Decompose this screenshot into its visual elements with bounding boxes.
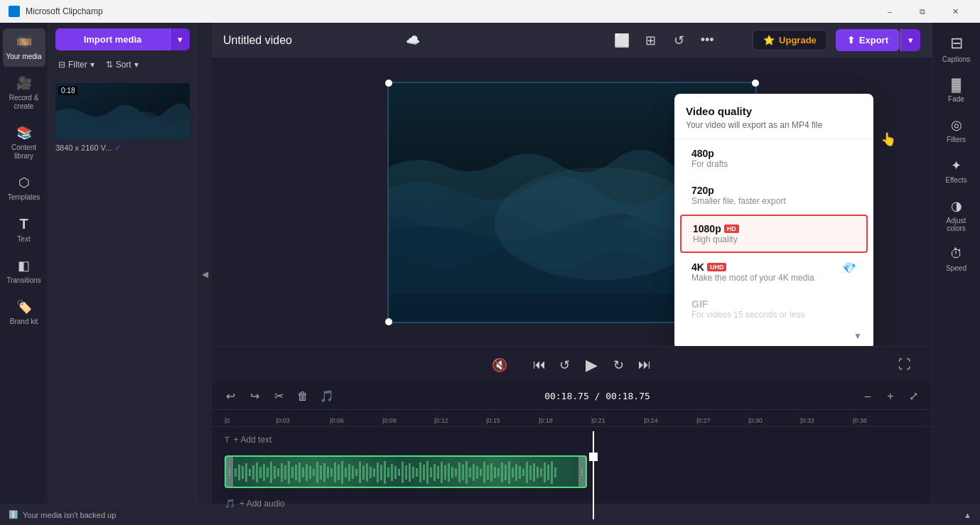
svg-rect-59 bbox=[426, 461, 429, 484]
svg-rect-66 bbox=[451, 467, 453, 478]
thumbnail-check-icon: ✓ bbox=[114, 143, 122, 153]
undo-button[interactable]: ↩ bbox=[220, 386, 240, 406]
fast-forward-button[interactable]: ↻ bbox=[606, 352, 632, 378]
rp-item-filters[interactable]: ◎ Filters bbox=[935, 112, 978, 149]
svg-rect-39 bbox=[355, 469, 357, 476]
svg-rect-57 bbox=[419, 462, 421, 482]
resize-tool-button[interactable]: ⊞ bbox=[639, 29, 662, 52]
svg-rect-19 bbox=[284, 465, 286, 480]
project-title[interactable]: Untitled video bbox=[223, 34, 397, 47]
upgrade-button[interactable]: ⭐ Upgrade bbox=[753, 30, 827, 50]
sidebar-item-content-library[interactable]: 📚 Content library bbox=[3, 119, 45, 166]
sidebar-item-templates[interactable]: ⬡ Templates bbox=[3, 169, 45, 207]
sidebar-item-templates-label: Templates bbox=[8, 193, 41, 202]
sidebar-item-your-media[interactable]: 🎞️ Your media bbox=[3, 28, 45, 67]
rp-item-speed[interactable]: ⏱ Speed bbox=[935, 241, 978, 278]
filter-icon: ⊟ bbox=[58, 60, 65, 70]
filter-button[interactable]: ⊟ Filter ▾ bbox=[55, 58, 97, 72]
svg-rect-88 bbox=[529, 465, 532, 480]
sidebar-item-record-create[interactable]: 🎥 Record & create bbox=[3, 70, 45, 117]
canvas-handle-tr[interactable] bbox=[752, 80, 759, 87]
redo-button[interactable]: ↪ bbox=[244, 386, 264, 406]
rp-item-adjust-colors[interactable]: ◑ Adjust colors bbox=[935, 193, 978, 238]
info-icon: ℹ️ bbox=[9, 510, 18, 519]
export-button[interactable]: ⬆ Export bbox=[836, 29, 900, 51]
add-audio-label[interactable]: + Add audio bbox=[239, 499, 285, 509]
fullscreen-button[interactable]: ⛶ bbox=[892, 352, 917, 378]
quality-option-4k[interactable]: 4K UHD Make the most of your 4K media 💎 bbox=[680, 254, 868, 290]
svg-rect-68 bbox=[458, 462, 461, 482]
skip-to-start-button[interactable]: ⏮ bbox=[527, 352, 552, 378]
svg-rect-8 bbox=[245, 463, 247, 482]
play-button[interactable]: ▶ bbox=[578, 351, 606, 379]
svg-rect-51 bbox=[398, 469, 400, 476]
quality-option-480p[interactable]: 480p For drafts bbox=[680, 141, 868, 176]
detach-audio-button[interactable]: 🎵 bbox=[317, 386, 337, 406]
crop-tool-button[interactable]: ⬜ bbox=[610, 29, 633, 52]
import-media-button[interactable]: Import media bbox=[55, 28, 170, 50]
svg-rect-53 bbox=[405, 465, 407, 480]
import-button-row: Import media ▾ bbox=[55, 28, 190, 50]
cloud-save-icon: ☁️ bbox=[406, 33, 420, 47]
mute-button[interactable]: 🔇 bbox=[487, 352, 512, 378]
cursor-pointer: 👆 bbox=[881, 131, 896, 147]
rp-item-fade[interactable]: ▓ Fade bbox=[935, 72, 978, 109]
svg-rect-40 bbox=[359, 462, 361, 483]
quality-gif-label: GIF bbox=[691, 298, 856, 310]
playback-bar: 🔇 ⏮ ↺ ▶ ↻ ⏭ ⛶ bbox=[212, 346, 932, 383]
delete-button[interactable]: 🗑 bbox=[293, 386, 313, 406]
export-dropdown-button[interactable]: ▾ bbox=[900, 29, 920, 51]
sidebar-item-text[interactable]: T Text bbox=[3, 210, 45, 249]
captions-icon: ⊟ bbox=[950, 34, 963, 53]
canvas-handle-bl[interactable] bbox=[385, 318, 392, 325]
svg-rect-85 bbox=[519, 466, 521, 479]
minimize-button[interactable]: – bbox=[873, 0, 906, 23]
left-sidebar: 🎞️ Your media 🎥 Record & create 📚 Conten… bbox=[0, 23, 48, 525]
sidebar-item-brand-kit[interactable]: 🏷️ Brand kit bbox=[3, 293, 45, 332]
svg-rect-26 bbox=[309, 466, 311, 479]
svg-rect-38 bbox=[352, 466, 354, 479]
svg-rect-65 bbox=[448, 463, 450, 482]
svg-rect-41 bbox=[362, 465, 365, 480]
add-text-label[interactable]: + Add text bbox=[234, 435, 272, 445]
skip-to-end-button[interactable]: ⏭ bbox=[632, 352, 657, 378]
app-body: 🎞️ Your media 🎥 Record & create 📚 Conten… bbox=[0, 23, 980, 525]
export-group: ⬆ Export ▾ bbox=[836, 29, 920, 51]
rp-item-captions[interactable]: ⊟ Captions bbox=[935, 28, 978, 69]
quality-option-720p[interactable]: 720p Smaller file, faster export bbox=[680, 178, 868, 213]
sidebar-item-record-create-label: Record & create bbox=[6, 94, 43, 111]
clip-handle-right[interactable]: ⋮ bbox=[578, 457, 586, 487]
zoom-out-button[interactable]: – bbox=[858, 386, 878, 406]
quality-dropdown-subtitle: Your video will export as an MP4 file bbox=[674, 120, 873, 139]
canvas-handle-tl[interactable] bbox=[385, 80, 392, 87]
svg-rect-25 bbox=[306, 464, 308, 481]
collapse-panel-button[interactable]: ◀ bbox=[198, 23, 212, 525]
quality-option-gif[interactable]: GIF For videos 15 seconds or less bbox=[680, 291, 868, 327]
clip-handle-left[interactable]: ⋮ bbox=[226, 457, 233, 487]
media-thumbnail[interactable]: 0:18 3840 x 2160 V... ✓ bbox=[55, 83, 190, 153]
rp-item-effects[interactable]: ✦ Effects bbox=[935, 152, 978, 190]
dropdown-scroll-indicator: ▼ bbox=[674, 328, 873, 344]
rewind-button[interactable]: ↺ bbox=[552, 352, 578, 378]
quality-480p-desc: For drafts bbox=[691, 159, 856, 169]
svg-rect-11 bbox=[256, 462, 258, 482]
cut-button[interactable]: ✂ bbox=[269, 386, 289, 406]
import-media-dropdown-button[interactable]: ▾ bbox=[170, 28, 190, 50]
uhd-badge: UHD bbox=[707, 263, 727, 271]
sort-button[interactable]: ⇅ Sort ▾ bbox=[103, 58, 141, 72]
more-tools-button[interactable]: ••• bbox=[696, 29, 718, 52]
sort-icon: ⇅ bbox=[106, 60, 113, 70]
rotate-tool-button[interactable]: ↺ bbox=[667, 29, 690, 52]
skip-to-start-icon: ⏮ bbox=[533, 357, 546, 372]
sidebar-item-transitions[interactable]: ◧ Transitions bbox=[3, 252, 45, 291]
svg-rect-90 bbox=[537, 467, 539, 478]
close-button[interactable]: ✕ bbox=[939, 0, 971, 23]
export-label: Export bbox=[859, 35, 888, 45]
fit-zoom-button[interactable]: ⤢ bbox=[903, 386, 923, 406]
zoom-in-button[interactable]: + bbox=[881, 386, 900, 406]
svg-rect-37 bbox=[348, 464, 350, 481]
video-clip[interactable]: ⋮ bbox=[225, 455, 587, 488]
restore-button[interactable]: ⧉ bbox=[906, 0, 939, 23]
adjust-colors-icon: ◑ bbox=[951, 198, 962, 214]
quality-option-1080p[interactable]: 1080p HD High quality bbox=[680, 215, 868, 253]
